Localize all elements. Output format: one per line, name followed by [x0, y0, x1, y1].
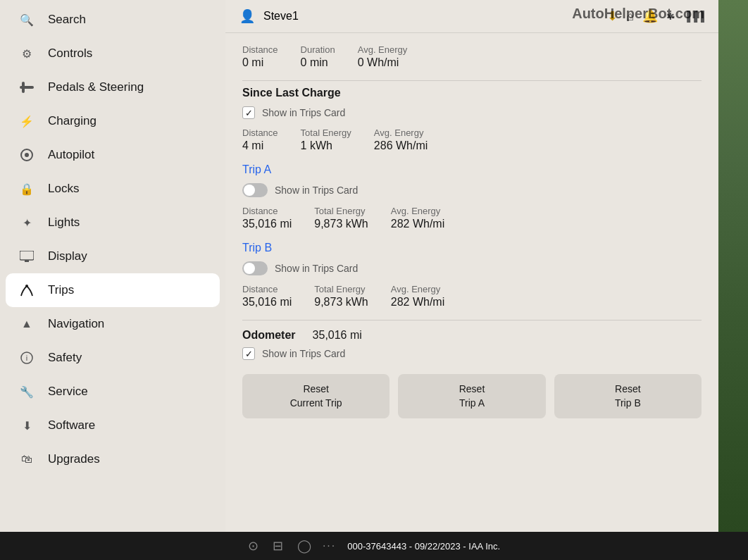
svg-rect-1: [22, 82, 25, 93]
sidebar: 🔍 Search ⚙ Controls Pedals & Steering ⚡ …: [0, 0, 225, 532]
sidebar-item-charging[interactable]: ⚡ Charging: [0, 104, 225, 138]
bluetooth-icon: ✱: [666, 11, 675, 22]
trip-a-avg-energy: Avg. Energy 282 Wh/mi: [391, 206, 444, 230]
trips-icon: [17, 283, 37, 297]
sidebar-label-navigation: Navigation: [48, 317, 104, 331]
bottom-icons: ⊙ ⊟ ◯: [248, 538, 311, 554]
slc-distance-value: 4 mi: [242, 139, 278, 152]
since-last-charge-show-row: ✓ Show in Trips Card: [242, 106, 702, 119]
sidebar-item-navigation[interactable]: ▲ Navigation: [0, 307, 225, 341]
slc-energy-value: 1 kWh: [301, 139, 351, 152]
trip-b-toggle[interactable]: [242, 261, 268, 275]
since-last-charge-show-label: Show in Trips Card: [262, 107, 345, 118]
trip-b-show-label: Show in Trips Card: [275, 263, 358, 274]
slc-avg-value: 286 Wh/mi: [374, 139, 428, 152]
charging-icon: ⚡: [17, 115, 37, 128]
odometer-row: Odometer 35,016 mi: [242, 329, 702, 342]
sidebar-item-service[interactable]: 🔧 Service: [0, 375, 225, 409]
bottom-icon-2: ⊟: [273, 538, 283, 554]
current-avg-label: Avg. Energy: [358, 44, 408, 55]
sidebar-item-trips[interactable]: Trips: [6, 273, 220, 307]
current-duration: Duration 0 min: [301, 44, 335, 69]
reset-trip-b-button[interactable]: ResetTrip B: [554, 374, 702, 418]
sidebar-item-upgrades[interactable]: 🛍 Upgrades: [0, 442, 225, 476]
current-distance: Distance 0 mi: [242, 44, 278, 69]
sidebar-item-search[interactable]: 🔍 Search: [0, 3, 225, 37]
odometer-show-row: ✓ Show in Trips Card: [242, 347, 702, 360]
trip-a-show-row: Show in Trips Card: [242, 183, 702, 197]
safety-icon: i: [17, 351, 37, 364]
trip-b-avg-energy: Avg. Energy 282 Wh/mi: [391, 284, 444, 309]
bell-icon: 🔔: [642, 8, 658, 24]
home-icon: ⌂: [626, 9, 634, 24]
svg-point-3: [25, 153, 29, 157]
sidebar-item-controls[interactable]: ⚙ Controls: [0, 37, 225, 70]
trip-a-avg-label: Avg. Energy: [391, 206, 444, 216]
sidebar-label-upgrades: Upgrades: [48, 452, 100, 466]
user-icon: 👤: [239, 8, 255, 24]
svg-text:i: i: [26, 354, 27, 362]
header-icons: ⬇ ⌂ 🔔 ✱ ▐▐▐: [607, 8, 704, 24]
sidebar-item-lights[interactable]: ✦ Lights: [0, 206, 225, 239]
trip-b-show-row: Show in Trips Card: [242, 261, 702, 275]
slc-distance: Distance 4 mi: [242, 127, 278, 152]
sidebar-item-display[interactable]: Display: [0, 239, 225, 273]
current-distance-value: 0 mi: [242, 56, 278, 69]
slc-energy-label: Total Energy: [301, 127, 351, 138]
trip-b-distance-label: Distance: [242, 284, 292, 294]
trip-a-show-label: Show in Trips Card: [275, 185, 358, 196]
sidebar-label-safety: Safety: [48, 351, 82, 365]
since-last-charge-stats: Distance 4 mi Total Energy 1 kWh Avg. En…: [242, 127, 702, 152]
trip-b-energy-label: Total Energy: [314, 284, 368, 294]
reset-current-trip-button[interactable]: ResetCurrent Trip: [242, 374, 389, 418]
trip-a-stats: Distance 35,016 mi Total Energy 9,873 kW…: [242, 206, 702, 230]
reset-trip-a-button[interactable]: ResetTrip A: [398, 374, 545, 418]
header: 👤 Steve1 ⬇ ⌂ 🔔 ✱ ▐▐▐: [225, 0, 718, 33]
since-last-charge-checkbox[interactable]: ✓: [242, 106, 255, 119]
trip-a-distance-value: 35,016 mi: [242, 218, 292, 230]
current-distance-label: Distance: [242, 44, 278, 55]
lock-icon: 🔒: [17, 182, 37, 196]
signal-icon: ▐▐▐: [683, 11, 704, 22]
slc-total-energy: Total Energy 1 kWh: [301, 127, 351, 152]
sidebar-label-controls: Controls: [48, 46, 92, 61]
bottom-icon-1: ⊙: [248, 538, 258, 554]
trip-a-total-energy: Total Energy 9,873 kWh: [314, 206, 368, 230]
bottom-bar-text: 000-37643443 - 09/22/2023 - IAA Inc.: [347, 541, 500, 552]
current-avg-value: 0 Wh/mi: [358, 56, 408, 69]
software-icon: ⬇: [17, 419, 37, 433]
sidebar-label-pedals: Pedals & Steering: [48, 80, 144, 94]
current-duration-value: 0 min: [301, 56, 335, 69]
sidebar-label-lights: Lights: [48, 216, 80, 230]
sidebar-label-charging: Charging: [48, 114, 96, 128]
sidebar-item-pedals[interactable]: Pedals & Steering: [0, 70, 225, 104]
right-window: [718, 0, 748, 532]
sidebar-item-software[interactable]: ⬇ Software: [0, 409, 225, 442]
svg-point-6: [25, 285, 28, 287]
trip-b-total-energy: Total Energy 9,873 kWh: [314, 284, 368, 309]
odometer-checkbox[interactable]: ✓: [242, 347, 255, 360]
display-icon: [17, 251, 37, 262]
trip-b-avg-label: Avg. Energy: [391, 284, 444, 294]
trip-a-toggle[interactable]: [242, 183, 268, 197]
svg-rect-4: [20, 251, 34, 260]
navigation-icon: ▲: [17, 318, 37, 330]
sidebar-label-display: Display: [48, 249, 87, 263]
sidebar-item-autopilot[interactable]: Autopilot: [0, 138, 225, 172]
current-trip-row: Distance 0 mi Duration 0 min Avg. Energy…: [242, 44, 702, 69]
trips-content: Distance 0 mi Duration 0 min Avg. Energy…: [225, 33, 718, 430]
trip-b-energy-value: 9,873 kWh: [314, 296, 368, 309]
trip-b-distance: Distance 35,016 mi: [242, 284, 292, 309]
divider-1: [242, 80, 702, 81]
trip-a-distance: Distance 35,016 mi: [242, 206, 292, 230]
pedals-icon: [17, 82, 37, 93]
controls-icon: ⚙: [17, 47, 37, 61]
bottom-icon-3: ◯: [297, 538, 311, 554]
sidebar-item-safety[interactable]: i Safety: [0, 341, 225, 375]
slc-distance-label: Distance: [242, 127, 278, 138]
lights-icon: ✦: [17, 216, 37, 230]
trip-b-distance-value: 35,016 mi: [242, 296, 292, 309]
sidebar-item-locks[interactable]: 🔒 Locks: [0, 172, 225, 206]
trip-a-distance-label: Distance: [242, 206, 292, 216]
username: Steve1: [263, 10, 299, 23]
